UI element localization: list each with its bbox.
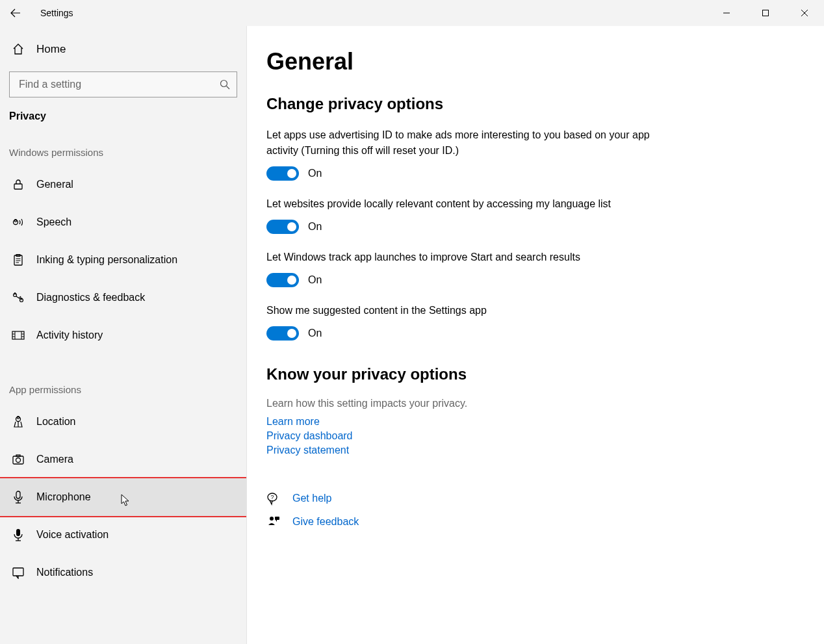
svg-text:?: ? (270, 494, 274, 500)
setting-label: Let apps use advertising ID to make ads … (266, 127, 669, 159)
svg-point-24 (17, 417, 19, 419)
section-title-know-privacy: Know your privacy options (266, 365, 824, 383)
sidebar-item-label: Voice activation (36, 529, 109, 541)
toggle-language-list[interactable] (266, 220, 299, 234)
back-button[interactable] (9, 6, 22, 19)
svg-line-3 (227, 86, 230, 90)
sidebar-item-notifications[interactable]: Notifications (0, 554, 246, 591)
setting-suggested-content: Show me suggested content in the Setting… (266, 303, 669, 341)
section-title-privacy-options: Change privacy options (266, 95, 824, 113)
svg-rect-4 (14, 184, 22, 189)
camera-icon (12, 453, 25, 466)
toggle-advertising-id[interactable] (266, 166, 299, 181)
svg-point-5 (14, 220, 18, 225)
sidebar-item-label: Location (36, 416, 76, 428)
maximize-button[interactable] (746, 0, 785, 26)
svg-rect-16 (12, 331, 24, 339)
toggle-suggested-content[interactable] (266, 326, 299, 341)
sidebar-item-label: Inking & typing personalization (36, 254, 177, 266)
svg-rect-35 (13, 568, 23, 576)
diagnostics-icon (12, 291, 25, 304)
lock-icon (12, 178, 25, 191)
svg-rect-32 (16, 529, 20, 536)
svg-point-14 (20, 299, 23, 302)
history-icon (12, 329, 25, 342)
feedback-icon (266, 515, 281, 529)
sidebar-item-location[interactable]: Location (0, 403, 246, 441)
svg-point-2 (221, 81, 227, 87)
sidebar-item-diagnostics[interactable]: Diagnostics & feedback (0, 279, 246, 316)
section-subtext: Learn how this setting impacts your priv… (266, 398, 824, 409)
location-icon (12, 415, 25, 428)
sidebar: Home Privacy Windows permissions General… (0, 26, 247, 644)
sidebar-item-voice-activation[interactable]: Voice activation (0, 516, 246, 554)
svg-rect-29 (16, 491, 20, 498)
toggle-state-label: On (308, 328, 322, 339)
svg-rect-39 (275, 517, 279, 520)
minimize-button[interactable] (707, 0, 746, 26)
sidebar-item-label: Speech (36, 216, 71, 228)
clipboard-icon (12, 253, 25, 266)
svg-point-12 (14, 294, 17, 297)
link-privacy-dashboard[interactable]: Privacy dashboard (266, 430, 824, 442)
sidebar-item-label: Activity history (36, 329, 103, 341)
sidebar-item-label: Camera (36, 454, 73, 465)
sidebar-item-label: Microphone (36, 491, 91, 503)
close-button[interactable] (785, 0, 824, 26)
toggle-state-label: On (308, 168, 322, 179)
link-learn-more[interactable]: Learn more (266, 416, 824, 428)
svg-rect-1 (763, 10, 769, 16)
voice-icon (12, 528, 25, 541)
setting-app-launches: Let Windows track app launches to improv… (266, 250, 669, 287)
page-title: General (266, 48, 824, 75)
titlebar: Settings (0, 0, 824, 26)
svg-rect-26 (13, 456, 23, 464)
home-label: Home (36, 43, 66, 56)
toggle-knob (287, 276, 296, 285)
maximize-icon (762, 9, 769, 17)
toggle-knob (287, 222, 296, 231)
sidebar-item-label: General (36, 179, 73, 190)
help-icon: ? (266, 491, 281, 506)
svg-point-23 (16, 417, 21, 422)
sidebar-item-general[interactable]: General (0, 166, 246, 203)
link-give-feedback[interactable]: Give feedback (292, 516, 359, 528)
toggle-app-launches[interactable] (266, 273, 299, 287)
setting-label: Let websites provide locally relevant co… (266, 196, 669, 212)
link-privacy-statement[interactable]: Privacy statement (266, 444, 824, 456)
home-icon (12, 43, 25, 56)
toggle-state-label: On (308, 221, 322, 233)
setting-advertising-id: Let apps use advertising ID to make ads … (266, 127, 669, 181)
speech-icon (12, 216, 25, 229)
sidebar-item-inking[interactable]: Inking & typing personalization (0, 241, 246, 279)
app-title: Settings (40, 8, 73, 18)
section-header-app-permissions: App permissions (0, 378, 246, 403)
sidebar-item-camera[interactable]: Camera (0, 441, 246, 478)
sidebar-home[interactable]: Home (0, 34, 246, 65)
close-icon (801, 9, 808, 17)
mouse-cursor-icon (121, 494, 130, 507)
sidebar-item-activity-history[interactable]: Activity history (0, 316, 246, 354)
minimize-icon (723, 9, 730, 17)
microphone-icon (12, 491, 25, 504)
search-input[interactable] (19, 79, 220, 90)
toggle-knob (287, 169, 296, 178)
section-header-windows-permissions: Windows permissions (0, 140, 246, 166)
sidebar-item-label: Diagnostics & feedback (36, 292, 145, 303)
sidebar-item-microphone[interactable]: Microphone (0, 478, 246, 516)
sidebar-item-speech[interactable]: Speech (0, 203, 246, 241)
search-box[interactable] (9, 71, 237, 97)
notifications-icon (12, 566, 25, 579)
sidebar-item-label: Notifications (36, 567, 93, 578)
svg-point-6 (14, 220, 17, 222)
setting-language-list: Let websites provide locally relevant co… (266, 196, 669, 234)
link-get-help[interactable]: Get help (292, 493, 331, 504)
main-panel: General Change privacy options Let apps … (247, 26, 824, 644)
setting-label: Let Windows track app launches to improv… (266, 250, 669, 265)
toggle-state-label: On (308, 274, 322, 286)
setting-label: Show me suggested content in the Setting… (266, 303, 669, 318)
svg-point-27 (16, 458, 21, 463)
back-arrow-icon (10, 8, 21, 18)
search-icon (220, 79, 230, 90)
svg-rect-28 (16, 455, 20, 457)
